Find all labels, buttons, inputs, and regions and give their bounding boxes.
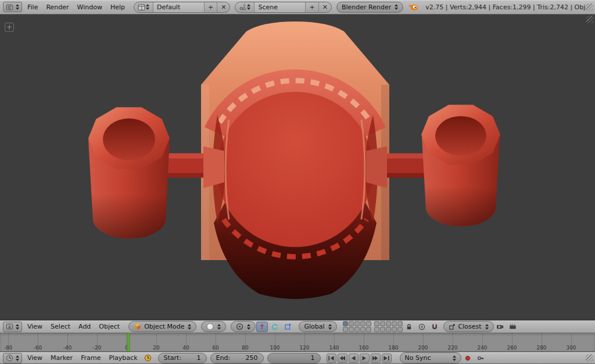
transform-orientation-dropdown[interactable]: Global: [299, 321, 336, 332]
layer-toggle[interactable]: [380, 321, 385, 326]
layer-toggle[interactable]: [386, 327, 391, 332]
ruler-tick-label: 60: [212, 345, 218, 351]
toolshelf-open-button[interactable]: +: [5, 23, 14, 32]
menu-help[interactable]: Help: [106, 3, 129, 11]
layer-toggle[interactable]: [360, 321, 365, 326]
pivot-point-dropdown[interactable]: [231, 321, 256, 332]
render-engine-dropdown[interactable]: Blender Render: [336, 2, 403, 13]
manipulator-scale-toggle[interactable]: [282, 322, 293, 332]
menu-window[interactable]: Window: [73, 3, 106, 11]
manipulator-rotate-toggle[interactable]: [269, 322, 281, 332]
manipulator-translate-toggle[interactable]: [256, 322, 268, 332]
ruler-tick-label: 100: [270, 345, 279, 351]
frame-end-field[interactable]: End: 250: [210, 353, 264, 363]
layout-name-field[interactable]: Default: [153, 2, 205, 12]
menu-view[interactable]: View: [23, 323, 46, 330]
menu-object[interactable]: Object: [95, 323, 124, 330]
menu-render[interactable]: Render: [42, 3, 73, 11]
ruler-tick-label: 200: [418, 345, 428, 351]
menu-file[interactable]: File: [23, 3, 42, 11]
layer-visibility-widget: [343, 321, 403, 332]
mode-dropdown[interactable]: Object Mode: [128, 321, 196, 332]
clapper-render-icon: [509, 323, 517, 330]
area-corner-grip[interactable]: [586, 16, 594, 23]
updown-arrows-icon: [247, 324, 250, 330]
layer-toggle[interactable]: [349, 327, 354, 332]
frame-end-value: 250: [246, 354, 258, 362]
snap-target-dropdown[interactable]: Closest: [443, 321, 494, 332]
layout-browse-button[interactable]: [134, 2, 153, 12]
ruler-tick-label: -80: [4, 345, 13, 351]
opengl-render-still-button[interactable]: [494, 322, 506, 332]
lock-to-scene-button[interactable]: [403, 322, 415, 332]
auto-keyframe-record-button[interactable]: [462, 353, 474, 363]
jump-to-start-button[interactable]: [327, 354, 336, 363]
view3d-header: View Select Add Object Object Mode: [0, 320, 595, 333]
layer-toggle[interactable]: [343, 321, 348, 326]
model-left-cylinder[interactable]: [88, 107, 170, 239]
keying-set-button[interactable]: [475, 353, 486, 363]
play-button[interactable]: [360, 354, 370, 363]
frame-start-field[interactable]: Start: 1: [158, 353, 207, 363]
updown-arrows-icon: [146, 4, 149, 10]
editor-type-button-3d-view[interactable]: [3, 322, 22, 332]
model-right-cylinder[interactable]: [421, 105, 500, 226]
layer-toggle[interactable]: [374, 321, 379, 326]
menu-select[interactable]: Select: [46, 323, 74, 330]
menu-tl-marker[interactable]: Marker: [46, 354, 77, 362]
play-reverse-button[interactable]: [349, 354, 359, 363]
layer-toggle[interactable]: [366, 321, 371, 326]
scene-delete-button[interactable]: ✕: [319, 2, 331, 12]
av-sync-dropdown[interactable]: No Sync: [400, 352, 461, 363]
scene-browse-button[interactable]: [235, 2, 255, 12]
viewport-3d[interactable]: +: [0, 15, 595, 320]
editor-type-button-timeline[interactable]: [3, 353, 22, 363]
snap-toggle-button[interactable]: [429, 322, 440, 332]
layout-delete-button[interactable]: ✕: [217, 2, 230, 12]
use-preview-range-button[interactable]: [142, 353, 154, 363]
menu-add[interactable]: Add: [74, 323, 95, 330]
layout-add-button[interactable]: +: [205, 2, 217, 12]
editor-type-button-info[interactable]: [3, 2, 22, 12]
blender-window: { "topbar": { "menus": ["File", "Render"…: [0, 0, 595, 364]
object-mode-cube-icon: [134, 323, 141, 330]
layer-toggle[interactable]: [360, 327, 365, 332]
timeline-ruler[interactable]: -80-60-40-200204060801001201401601802002…: [0, 333, 595, 352]
layer-toggle[interactable]: [354, 327, 360, 332]
current-frame-marker[interactable]: [127, 333, 130, 352]
view3d-editor-icon: [6, 323, 13, 330]
model-central-body[interactable]: [201, 21, 389, 299]
menu-tl-view[interactable]: View: [23, 354, 46, 362]
menu-tl-playback[interactable]: Playback: [105, 354, 141, 362]
viewport-shading-dropdown[interactable]: [201, 321, 226, 332]
shading-sphere-icon: [206, 323, 214, 330]
layer-toggle[interactable]: [374, 327, 379, 332]
scene-icon: [239, 3, 246, 11]
render-engine-label: Blender Render: [342, 3, 391, 11]
layer-toggle[interactable]: [397, 321, 403, 326]
layer-toggle[interactable]: [380, 327, 385, 332]
menu-tl-frame[interactable]: Frame: [77, 354, 105, 362]
layer-toggle[interactable]: [392, 327, 397, 332]
scene-name-field[interactable]: Scene: [255, 2, 306, 12]
area-corner-grip[interactable]: [586, 354, 593, 362]
proportional-edit-button[interactable]: [416, 322, 428, 332]
opengl-render-anim-button[interactable]: [507, 322, 519, 332]
next-keyframe-button[interactable]: [371, 354, 381, 363]
layer-toggle[interactable]: [366, 327, 371, 332]
play-reverse-icon: [350, 355, 357, 361]
area-corner-grip[interactable]: [586, 3, 593, 11]
preview-range-clock-icon: [144, 354, 152, 362]
layer-toggle[interactable]: [386, 321, 391, 326]
layer-toggle[interactable]: [349, 321, 354, 326]
layer-toggle[interactable]: [397, 327, 403, 332]
layer-toggle[interactable]: [392, 321, 397, 326]
viewport-canvas[interactable]: [0, 15, 595, 320]
layer-toggle[interactable]: [354, 321, 360, 326]
layer-toggle[interactable]: [343, 327, 348, 332]
prev-keyframe-button[interactable]: [338, 354, 347, 363]
scene-add-button[interactable]: +: [306, 2, 318, 12]
current-frame-field[interactable]: 1: [267, 353, 321, 363]
magnet-icon: [431, 323, 438, 330]
jump-to-end-button[interactable]: [382, 354, 392, 363]
